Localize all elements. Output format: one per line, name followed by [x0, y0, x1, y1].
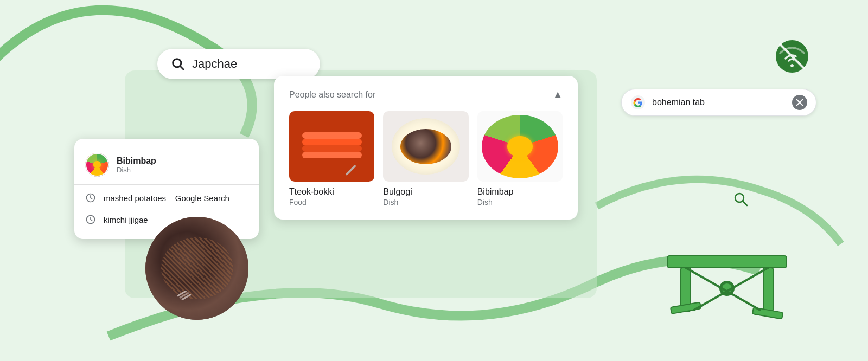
autocomplete-item-subtitle: Dish [117, 166, 156, 174]
food-card-bibimbap[interactable]: Bibimbap Dish [477, 111, 563, 207]
svg-line-20 [694, 268, 768, 310]
panel-header: People also search for ▲ [289, 89, 563, 100]
autocomplete-history-item-1[interactable]: mashed potatoes – Google Search [74, 187, 259, 209]
wifi-off-icon [775, 39, 809, 74]
bibimbap-name: Bibimbap [477, 187, 563, 197]
food-cards-container: Tteok-bokki Food Bulgogi Dish Bibimbap D… [289, 111, 563, 207]
tteokbokki-type: Food [289, 198, 374, 207]
google-clear-button[interactable] [792, 95, 807, 110]
google-search-bar[interactable] [621, 89, 816, 116]
table-decoration [665, 240, 789, 328]
bulgogi-name: Bulgogi [383, 187, 468, 197]
clock-icon-2 [85, 214, 96, 225]
japchae-visual [145, 217, 248, 320]
history-text-2: kimchi jjigae [104, 215, 148, 224]
close-icon [796, 99, 803, 106]
svg-rect-12 [667, 256, 787, 268]
people-search-panel: People also search for ▲ Tteok-bokki Foo… [274, 76, 578, 220]
autocomplete-thumb [85, 153, 109, 177]
main-search-bar[interactable] [157, 49, 320, 79]
food-image-circle [145, 217, 248, 320]
bibimbap-image [477, 111, 563, 182]
bulgogi-type: Dish [383, 198, 468, 207]
tteokbokki-image [289, 111, 374, 182]
google-search-input[interactable] [652, 98, 786, 107]
bulgogi-image [383, 111, 468, 182]
autocomplete-item-title: Bibimbap [117, 156, 156, 166]
autocomplete-top-result[interactable]: Bibimbap Dish [74, 147, 259, 185]
autocomplete-text: Bibimbap Dish [117, 156, 156, 174]
main-search-input[interactable] [192, 57, 307, 71]
search-mini-decoration [732, 191, 750, 208]
svg-rect-14 [763, 268, 773, 311]
panel-title: People also search for [289, 90, 375, 100]
food-card-bulgogi[interactable]: Bulgogi Dish [383, 111, 468, 207]
search-icon [170, 56, 186, 72]
panel-chevron-icon[interactable]: ▲ [553, 89, 563, 100]
svg-line-11 [743, 201, 747, 205]
google-logo-icon [630, 95, 646, 110]
bibimbap-type: Dish [477, 198, 563, 207]
history-text-1: mashed potatoes – Google Search [104, 194, 229, 203]
tteokbokki-name: Tteok-bokki [289, 187, 374, 197]
food-card-tteokbokki[interactable]: Tteok-bokki Food [289, 111, 374, 207]
clock-icon [85, 192, 96, 203]
svg-line-4 [180, 66, 183, 69]
